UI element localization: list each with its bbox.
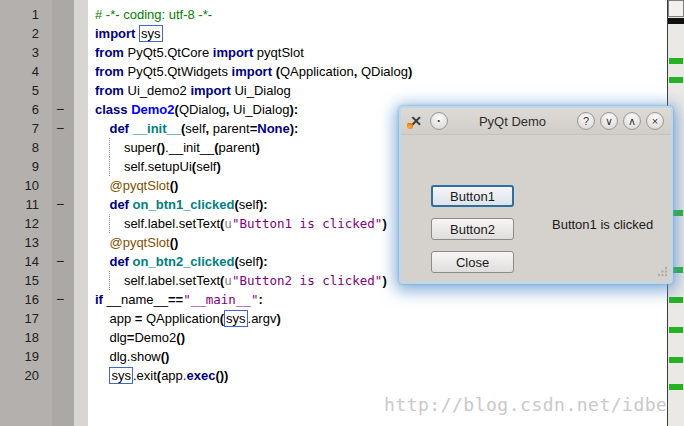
fold-marker[interactable]: − bbox=[52, 119, 74, 138]
line-number: 11 bbox=[0, 195, 52, 214]
code-segment: () bbox=[170, 178, 179, 193]
code-line: # -*- coding: utf-8 -*- bbox=[88, 5, 667, 24]
dialog-title: PyQt Demo bbox=[454, 114, 571, 129]
fold-marker[interactable]: − bbox=[52, 195, 74, 214]
code-line: from Ui_demo2 import Ui_Dialog bbox=[88, 81, 667, 100]
code-segment: pyqtSlot bbox=[253, 45, 304, 60]
shade-button[interactable]: ∨ bbox=[600, 112, 618, 130]
dialog-titlebar[interactable]: ✕ · PyQt Demo ? ∨ ∧ × bbox=[401, 108, 671, 135]
line-number: 14 bbox=[0, 252, 52, 271]
code-segment: QDialog bbox=[357, 64, 408, 79]
map-change-bar bbox=[669, 58, 683, 64]
code-segment: Ui_demo2 bbox=[124, 83, 190, 98]
code-segment: super bbox=[95, 140, 156, 155]
code-segment: from bbox=[95, 83, 124, 98]
button2-button[interactable]: Button2 bbox=[431, 218, 514, 240]
close-button[interactable]: Close bbox=[431, 251, 514, 273]
code-segment: self.label.setText bbox=[95, 273, 220, 288]
code-segment: def bbox=[109, 121, 129, 136]
code-segment bbox=[95, 121, 109, 136]
code-segment: "Button1 is clicked" bbox=[232, 216, 383, 231]
code-segment: .__init__ bbox=[165, 140, 214, 155]
code-segment: Demo2 bbox=[131, 102, 174, 117]
code-segment: exec bbox=[186, 368, 215, 383]
code-segment: from bbox=[95, 64, 124, 79]
code-segment: import bbox=[213, 45, 253, 60]
line-number: 19 bbox=[0, 347, 52, 366]
line-number: 17 bbox=[0, 309, 52, 328]
code-segment: self bbox=[185, 121, 205, 136]
code-segment: ) bbox=[382, 216, 386, 231]
code-segment: on_btn2_clicked bbox=[133, 254, 235, 269]
code-segment bbox=[95, 197, 109, 212]
code-segment: import bbox=[190, 83, 230, 98]
app-icon: ✕ bbox=[408, 113, 424, 129]
line-number: 15 bbox=[0, 271, 52, 290]
code-segment: app bbox=[95, 311, 135, 326]
code-segment bbox=[95, 235, 109, 250]
code-segment: PyQt5.QtCore bbox=[124, 45, 213, 60]
line-number: 13 bbox=[0, 233, 52, 252]
code-segment: __init__ bbox=[133, 121, 181, 136]
titlebar-button-group: ? ∨ ∧ × bbox=[577, 112, 664, 130]
fold-gutter-row bbox=[52, 176, 74, 195]
button1-button[interactable]: Button1 bbox=[431, 185, 514, 207]
occurrence-highlight: sys bbox=[224, 310, 248, 327]
line-number: 16 bbox=[0, 290, 52, 309]
code-segment: ): bbox=[290, 121, 299, 136]
code-line: sys.exit(app.exec()) bbox=[88, 366, 667, 385]
fold-gutter-row bbox=[52, 309, 74, 328]
pyqt-demo-dialog: ✕ · PyQt Demo ? ∨ ∧ × Button1 Button2 Cl… bbox=[399, 106, 673, 284]
unshade-button[interactable]: ∧ bbox=[623, 112, 641, 130]
line-number: 1 bbox=[0, 5, 52, 24]
code-segment: @pyqtSlot bbox=[109, 178, 169, 193]
help-button[interactable]: ? bbox=[577, 112, 595, 130]
code-segment: def bbox=[109, 197, 129, 212]
code-segment bbox=[95, 368, 109, 383]
line-number: 5 bbox=[0, 81, 52, 100]
indent-guide bbox=[109, 214, 110, 233]
fold-gutter-row bbox=[52, 366, 74, 385]
code-segment: PyQt5.QtWidgets bbox=[124, 64, 232, 79]
line-number: 9 bbox=[0, 157, 52, 176]
map-change-bar bbox=[669, 384, 683, 390]
code-segment: app. bbox=[161, 368, 186, 383]
fold-marker[interactable]: − bbox=[52, 290, 74, 309]
code-segment: () bbox=[170, 235, 179, 250]
line-number: 6 bbox=[0, 100, 52, 119]
fold-gutter-row bbox=[52, 233, 74, 252]
app-icon-flame bbox=[407, 122, 413, 129]
line-number: 8 bbox=[0, 138, 52, 157]
marker-gutter bbox=[74, 0, 88, 426]
fold-marker[interactable]: − bbox=[52, 252, 74, 271]
code-segment: QApplication bbox=[280, 64, 354, 79]
occurrence-highlight: sys bbox=[139, 25, 163, 42]
code-segment: .exit bbox=[133, 368, 157, 383]
code-segment: self bbox=[196, 159, 216, 174]
resize-grip-icon[interactable] bbox=[657, 266, 668, 277]
line-number-gutter: 1234567891011121314151617181920 bbox=[0, 0, 52, 426]
close-icon[interactable]: × bbox=[646, 112, 664, 130]
status-label: Button1 is clicked bbox=[552, 217, 653, 232]
code-segment: "Button2 is clicked" bbox=[232, 273, 383, 288]
code-segment: from bbox=[95, 45, 124, 60]
watermark-text: http://blog.csdn.net/idber bbox=[384, 394, 679, 415]
fold-gutter-row bbox=[52, 214, 74, 233]
code-segment: : bbox=[258, 292, 262, 307]
code-segment: None bbox=[257, 121, 290, 136]
fold-marker[interactable]: − bbox=[52, 100, 74, 119]
line-number: 20 bbox=[0, 366, 52, 385]
code-segment: # -*- coding: utf-8 -*- bbox=[95, 7, 212, 22]
code-segment: import bbox=[232, 64, 272, 79]
fold-gutter-row bbox=[52, 271, 74, 290]
line-number: 4 bbox=[0, 62, 52, 81]
occurrence-highlight: sys bbox=[109, 367, 133, 384]
fold-gutter-row bbox=[52, 157, 74, 176]
code-line: dlg=Demo2() bbox=[88, 328, 667, 347]
line-number: 12 bbox=[0, 214, 52, 233]
code-segment: ) bbox=[255, 140, 259, 155]
code-line: from PyQt5.QtCore import pyqtSlot bbox=[88, 43, 667, 62]
code-segment: Ui_Dialog bbox=[229, 102, 289, 117]
sticky-button[interactable]: · bbox=[430, 112, 448, 130]
code-segment: parent bbox=[209, 121, 249, 136]
